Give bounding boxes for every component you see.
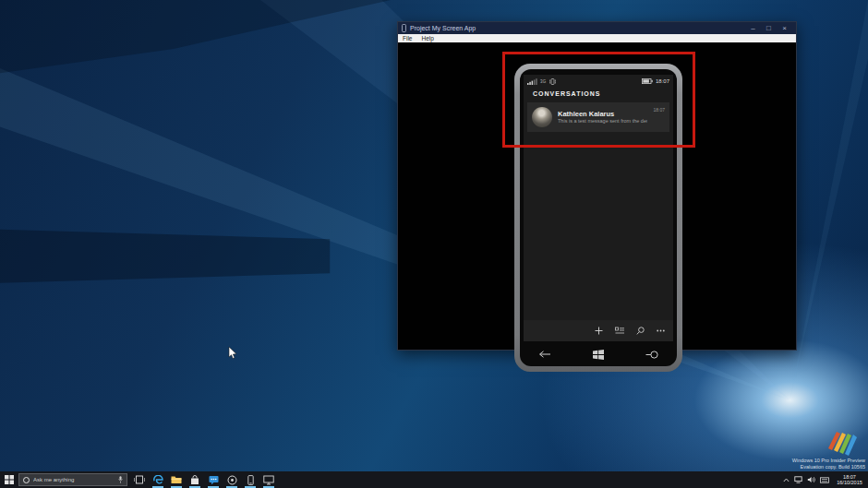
taskbar-clock[interactable]: 18:07 16/10/2015 <box>834 474 865 486</box>
search-placeholder: Ask me anything <box>33 477 115 482</box>
search-icon[interactable] <box>636 327 645 335</box>
window-client-area: 3G 18:07 CONVERSATIONS <box>398 42 796 350</box>
task-view-button[interactable] <box>133 471 146 488</box>
maximize-button[interactable]: □ <box>761 22 777 34</box>
taskbar-item-edge[interactable] <box>151 471 164 488</box>
select-icon[interactable] <box>615 327 624 335</box>
back-icon[interactable] <box>538 351 551 358</box>
touch-keyboard-icon[interactable] <box>820 477 829 483</box>
nav-search-icon[interactable] <box>645 351 658 359</box>
add-icon[interactable] <box>595 327 603 335</box>
more-icon[interactable] <box>657 329 665 332</box>
hidden-icons-chevron[interactable] <box>783 478 790 482</box>
app-phone-icon <box>402 24 406 32</box>
annotation-highlight-rectangle <box>502 52 695 148</box>
file-explorer-icon <box>171 475 182 484</box>
taskbar-item-phone-companion[interactable] <box>225 471 238 488</box>
project-my-screen-window: Project My Screen App – □ × File Help <box>397 21 797 351</box>
system-tray: 18:07 16/10/2015 <box>783 474 868 486</box>
watermark-line1: Windows 10 Pro Insider Preview <box>792 458 865 464</box>
taskbar-item-messaging[interactable] <box>207 471 220 488</box>
menu-help[interactable]: Help <box>421 35 433 42</box>
taskbar-item-store[interactable] <box>188 471 201 488</box>
messaging-app-bar <box>524 320 673 341</box>
window-title: Project My Screen App <box>410 25 476 31</box>
window-titlebar: Project My Screen App – □ × <box>398 22 796 34</box>
cortana-search-box[interactable]: Ask me anything <box>18 473 127 486</box>
network-icon[interactable] <box>794 476 802 483</box>
windows-flag-graphic <box>825 430 860 456</box>
phone-app-icon <box>247 475 254 485</box>
taskbar-item-file-explorer[interactable] <box>170 471 183 488</box>
menu-bar: File Help <box>398 34 796 42</box>
cortana-icon <box>23 477 30 483</box>
start-windows-icon <box>5 475 14 484</box>
close-button[interactable]: × <box>777 22 792 34</box>
clock-date: 16/10/2015 <box>834 480 865 486</box>
taskbar: Ask me anything <box>0 471 868 488</box>
watermark-line2: Evaluation copy. Build 10565 <box>792 464 865 470</box>
store-icon <box>190 475 199 485</box>
windows-home-icon[interactable] <box>593 350 604 360</box>
mouse-cursor <box>228 347 237 360</box>
desktop: Project My Screen App – □ × File Help <box>0 0 868 488</box>
menu-file[interactable]: File <box>403 35 412 42</box>
start-button[interactable] <box>0 471 18 488</box>
taskbar-app-icons <box>133 471 275 488</box>
project-my-screen-icon <box>263 475 274 485</box>
phone-nav-buttons <box>524 342 673 366</box>
edge-icon <box>153 475 163 485</box>
messaging-icon <box>209 475 219 485</box>
microphone-icon[interactable] <box>118 476 123 483</box>
window-controls: – □ × <box>745 22 792 34</box>
volume-icon[interactable] <box>807 476 815 483</box>
evaluation-watermark: Windows 10 Pro Insider Preview Evaluatio… <box>792 458 865 470</box>
phone-companion-icon <box>227 475 237 485</box>
taskbar-item-project-my-screen[interactable] <box>262 471 275 488</box>
minimize-button[interactable]: – <box>745 22 761 34</box>
task-view-icon <box>134 475 145 484</box>
taskbar-item-phone[interactable] <box>244 471 257 488</box>
